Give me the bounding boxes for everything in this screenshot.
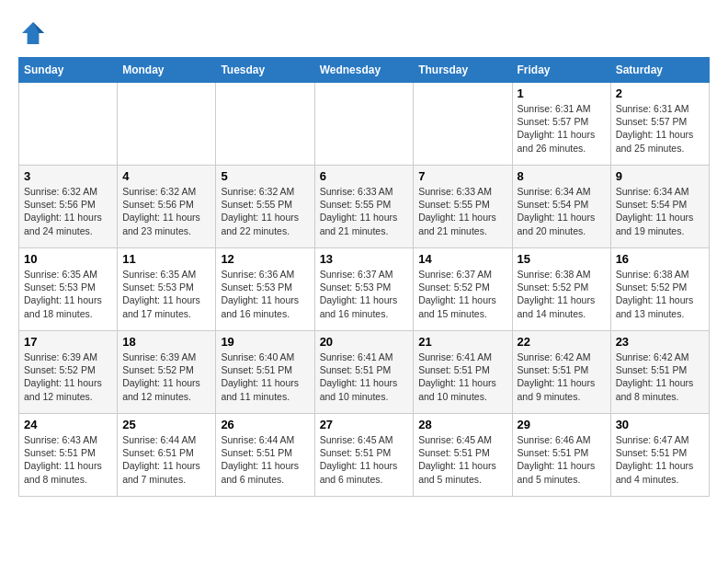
- weekday-header: Monday: [118, 58, 216, 83]
- weekday-header: Thursday: [414, 58, 512, 83]
- calendar-cell: 15Sunrise: 6:38 AM Sunset: 5:52 PM Dayli…: [512, 248, 610, 331]
- day-info: Sunrise: 6:37 AM Sunset: 5:53 PM Dayligh…: [320, 268, 409, 320]
- day-number: 17: [24, 335, 112, 349]
- calendar-cell: [314, 83, 414, 166]
- day-info: Sunrise: 6:47 AM Sunset: 5:51 PM Dayligh…: [616, 433, 704, 486]
- weekday-header: Sunday: [19, 58, 118, 83]
- day-number: 28: [418, 418, 506, 431]
- day-number: 4: [122, 169, 210, 183]
- day-info: Sunrise: 6:38 AM Sunset: 5:52 PM Dayligh…: [616, 268, 704, 320]
- day-number: 26: [221, 418, 309, 431]
- calendar-week-row: 10Sunrise: 6:35 AM Sunset: 5:53 PM Dayli…: [19, 248, 710, 331]
- day-info: Sunrise: 6:34 AM Sunset: 5:54 PM Dayligh…: [518, 185, 606, 237]
- logo-icon: [18, 18, 48, 48]
- calendar-cell: 4Sunrise: 6:32 AM Sunset: 5:56 PM Daylig…: [118, 166, 216, 248]
- calendar-cell: 8Sunrise: 6:34 AM Sunset: 5:54 PM Daylig…: [512, 166, 610, 248]
- calendar-cell: 10Sunrise: 6:35 AM Sunset: 5:53 PM Dayli…: [19, 248, 118, 331]
- calendar-cell: 11Sunrise: 6:35 AM Sunset: 5:53 PM Dayli…: [118, 248, 216, 331]
- day-info: Sunrise: 6:41 AM Sunset: 5:51 PM Dayligh…: [320, 350, 409, 403]
- day-number: 10: [24, 252, 112, 266]
- logo: [18, 18, 51, 48]
- day-number: 13: [320, 252, 409, 266]
- day-info: Sunrise: 6:44 AM Sunset: 6:51 PM Dayligh…: [122, 433, 210, 486]
- calendar-cell: 13Sunrise: 6:37 AM Sunset: 5:53 PM Dayli…: [314, 248, 414, 331]
- day-number: 6: [320, 169, 409, 183]
- day-info: Sunrise: 6:36 AM Sunset: 5:53 PM Dayligh…: [221, 268, 309, 320]
- day-info: Sunrise: 6:31 AM Sunset: 5:57 PM Dayligh…: [616, 102, 704, 155]
- day-info: Sunrise: 6:41 AM Sunset: 5:51 PM Dayligh…: [418, 350, 506, 403]
- day-number: 29: [518, 418, 606, 431]
- weekday-header: Wednesday: [314, 58, 414, 83]
- day-info: Sunrise: 6:32 AM Sunset: 5:56 PM Dayligh…: [24, 185, 112, 237]
- calendar-cell: 20Sunrise: 6:41 AM Sunset: 5:51 PM Dayli…: [314, 331, 414, 414]
- weekday-header: Tuesday: [216, 58, 314, 83]
- day-info: Sunrise: 6:39 AM Sunset: 5:52 PM Dayligh…: [122, 350, 210, 403]
- day-number: 11: [122, 252, 210, 266]
- calendar-cell: 14Sunrise: 6:37 AM Sunset: 5:52 PM Dayli…: [414, 248, 512, 331]
- calendar-cell: 26Sunrise: 6:44 AM Sunset: 5:51 PM Dayli…: [216, 414, 314, 497]
- page-header: [18, 18, 710, 48]
- calendar-header-row: SundayMondayTuesdayWednesdayThursdayFrid…: [19, 58, 710, 83]
- day-info: Sunrise: 6:45 AM Sunset: 5:51 PM Dayligh…: [320, 433, 409, 486]
- calendar-cell: 1Sunrise: 6:31 AM Sunset: 5:57 PM Daylig…: [512, 83, 610, 166]
- day-number: 22: [518, 335, 606, 349]
- calendar-cell: 18Sunrise: 6:39 AM Sunset: 5:52 PM Dayli…: [118, 331, 216, 414]
- calendar-cell: 7Sunrise: 6:33 AM Sunset: 5:55 PM Daylig…: [414, 166, 512, 248]
- day-info: Sunrise: 6:37 AM Sunset: 5:52 PM Dayligh…: [418, 268, 506, 320]
- day-number: 18: [122, 335, 210, 349]
- calendar-cell: [216, 83, 314, 166]
- calendar-cell: 6Sunrise: 6:33 AM Sunset: 5:55 PM Daylig…: [314, 166, 414, 248]
- day-number: 16: [616, 252, 704, 266]
- calendar-cell: 19Sunrise: 6:40 AM Sunset: 5:51 PM Dayli…: [216, 331, 314, 414]
- day-info: Sunrise: 6:35 AM Sunset: 5:53 PM Dayligh…: [122, 268, 210, 320]
- day-number: 2: [616, 86, 704, 100]
- calendar-cell: 22Sunrise: 6:42 AM Sunset: 5:51 PM Dayli…: [512, 331, 610, 414]
- day-info: Sunrise: 6:43 AM Sunset: 5:51 PM Dayligh…: [24, 433, 112, 486]
- day-info: Sunrise: 6:32 AM Sunset: 5:55 PM Dayligh…: [221, 185, 309, 237]
- calendar-cell: 23Sunrise: 6:42 AM Sunset: 5:51 PM Dayli…: [610, 331, 709, 414]
- calendar-cell: 16Sunrise: 6:38 AM Sunset: 5:52 PM Dayli…: [610, 248, 709, 331]
- day-number: 24: [24, 418, 112, 431]
- calendar-cell: 28Sunrise: 6:45 AM Sunset: 5:51 PM Dayli…: [414, 414, 512, 497]
- day-number: 20: [320, 335, 409, 349]
- calendar-cell: 17Sunrise: 6:39 AM Sunset: 5:52 PM Dayli…: [19, 331, 118, 414]
- calendar-cell: 21Sunrise: 6:41 AM Sunset: 5:51 PM Dayli…: [414, 331, 512, 414]
- day-number: 5: [221, 169, 309, 183]
- day-info: Sunrise: 6:40 AM Sunset: 5:51 PM Dayligh…: [221, 350, 309, 403]
- day-number: 30: [616, 418, 704, 431]
- day-number: 9: [616, 169, 704, 183]
- day-number: 7: [418, 169, 506, 183]
- day-number: 23: [616, 335, 704, 349]
- calendar-cell: 3Sunrise: 6:32 AM Sunset: 5:56 PM Daylig…: [19, 166, 118, 248]
- day-number: 27: [320, 418, 409, 431]
- calendar-cell: 9Sunrise: 6:34 AM Sunset: 5:54 PM Daylig…: [610, 166, 709, 248]
- day-info: Sunrise: 6:39 AM Sunset: 5:52 PM Dayligh…: [24, 350, 112, 403]
- day-number: 14: [418, 252, 506, 266]
- day-number: 8: [518, 169, 606, 183]
- day-number: 25: [122, 418, 210, 431]
- calendar: SundayMondayTuesdayWednesdayThursdayFrid…: [18, 57, 710, 497]
- calendar-cell: 2Sunrise: 6:31 AM Sunset: 5:57 PM Daylig…: [610, 83, 709, 166]
- calendar-cell: 12Sunrise: 6:36 AM Sunset: 5:53 PM Dayli…: [216, 248, 314, 331]
- day-number: 15: [518, 252, 606, 266]
- day-number: 21: [418, 335, 506, 349]
- day-number: 3: [24, 169, 112, 183]
- weekday-header: Saturday: [610, 58, 709, 83]
- calendar-cell: 24Sunrise: 6:43 AM Sunset: 5:51 PM Dayli…: [19, 414, 118, 497]
- day-info: Sunrise: 6:33 AM Sunset: 5:55 PM Dayligh…: [320, 185, 409, 237]
- calendar-cell: 29Sunrise: 6:46 AM Sunset: 5:51 PM Dayli…: [512, 414, 610, 497]
- calendar-week-row: 3Sunrise: 6:32 AM Sunset: 5:56 PM Daylig…: [19, 166, 710, 248]
- calendar-cell: [118, 83, 216, 166]
- day-info: Sunrise: 6:45 AM Sunset: 5:51 PM Dayligh…: [418, 433, 506, 486]
- day-info: Sunrise: 6:44 AM Sunset: 5:51 PM Dayligh…: [221, 433, 309, 486]
- calendar-cell: 27Sunrise: 6:45 AM Sunset: 5:51 PM Dayli…: [314, 414, 414, 497]
- calendar-cell: 30Sunrise: 6:47 AM Sunset: 5:51 PM Dayli…: [610, 414, 709, 497]
- calendar-cell: 5Sunrise: 6:32 AM Sunset: 5:55 PM Daylig…: [216, 166, 314, 248]
- day-info: Sunrise: 6:42 AM Sunset: 5:51 PM Dayligh…: [518, 350, 606, 403]
- day-number: 19: [221, 335, 309, 349]
- day-number: 12: [221, 252, 309, 266]
- calendar-cell: [414, 83, 512, 166]
- calendar-week-row: 24Sunrise: 6:43 AM Sunset: 5:51 PM Dayli…: [19, 414, 710, 497]
- day-info: Sunrise: 6:35 AM Sunset: 5:53 PM Dayligh…: [24, 268, 112, 320]
- day-info: Sunrise: 6:34 AM Sunset: 5:54 PM Dayligh…: [616, 185, 704, 237]
